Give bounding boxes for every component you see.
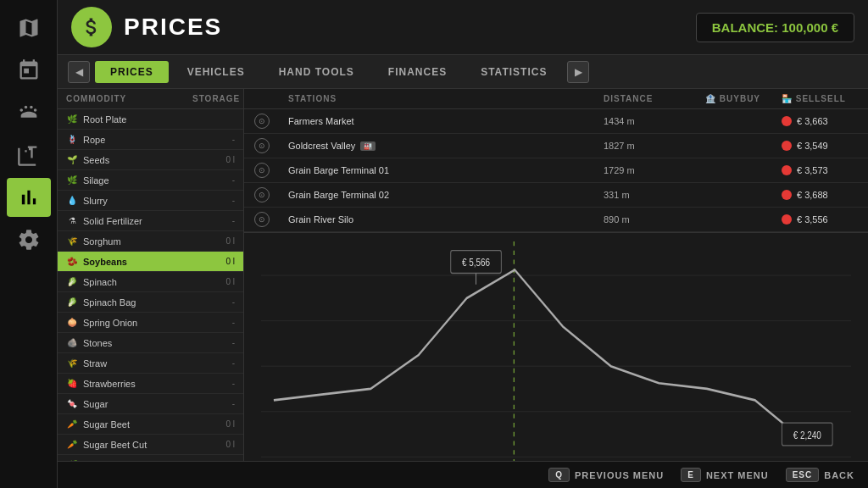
svg-text:€ 2,240: € 2,240 [793, 428, 821, 441]
station-icon: ⊙ [254, 163, 270, 178]
commodity-icon: ⚗ [66, 215, 78, 227]
station-row[interactable]: ⊙ Grain River Silo 890 m € 3,556 [244, 208, 868, 232]
commodity-name: 🪨 Stones [66, 337, 201, 349]
commodity-icon: 🥬 [66, 297, 78, 308]
station-icon: ⊙ [254, 212, 270, 227]
sell-indicator [782, 116, 792, 126]
commodity-row[interactable]: 🍬 Sugar - [58, 394, 243, 414]
station-distance: 1729 m [604, 165, 705, 175]
commodity-row[interactable]: 🌾 Straw - [58, 353, 243, 374]
station-row[interactable]: ⊙ Goldcrest Valley 🏭 1827 m € 3,549 [244, 134, 868, 158]
stations-header: STATIONS DISTANCE 🏦 BUYBUY 🏪 SELLSELL [244, 89, 868, 109]
key-esc[interactable]: ESC [786, 468, 820, 482]
commodity-icon: 🪢 [66, 134, 78, 146]
commodity-name: 🌾 Straw [66, 358, 201, 369]
commodity-storage: - [201, 196, 235, 205]
commodity-row[interactable]: 🫘 Soybeans 0 l [58, 252, 243, 272]
commodity-storage: - [201, 318, 235, 327]
sidebar-item-animals[interactable] [7, 93, 51, 132]
commodity-row[interactable]: 🌾 Sorghum 0 l [58, 231, 243, 252]
col-buy: 🏦 BUYBUY [705, 94, 782, 103]
station-row[interactable]: ⊙ Farmers Market 1434 m € 3,663 [244, 109, 868, 134]
main-content: PRICES BALANCE: 100,000 € ◀ PRICES VEHIC… [58, 0, 868, 488]
tab-arrow-right[interactable]: ▶ [567, 61, 589, 83]
tab-statistics[interactable]: STATISTICS [465, 61, 562, 83]
station-icon: ⊙ [254, 114, 270, 129]
commodity-row[interactable]: 🥕 Sugar Beet Cut 0 l [58, 435, 243, 455]
commodity-col-name: COMMODITY [66, 94, 192, 103]
tab-finances[interactable]: FINANCES [373, 61, 462, 83]
tab-arrow-left[interactable]: ◀ [68, 61, 90, 83]
commodity-name: 🥕 Sugar Beet Cut [66, 439, 201, 451]
commodity-name: 🌱 Seeds [66, 154, 201, 166]
action-back[interactable]: ESC BACK [786, 468, 854, 482]
commodity-list: COMMODITY STORAGE 🌿 Root Plate 🪢 Rope - … [58, 89, 244, 488]
commodity-row[interactable]: ⚗ Solid Fertilizer - [58, 211, 243, 231]
commodity-name: 🪢 Rope [66, 134, 201, 146]
commodity-icon: 🍬 [66, 398, 78, 410]
commodity-storage: - [201, 379, 235, 388]
commodity-row[interactable]: 🪨 Stones - [58, 333, 243, 353]
commodity-icon: 🫘 [66, 256, 78, 268]
key-q[interactable]: Q [548, 468, 570, 482]
commodity-row[interactable]: 🥬 Spinach 0 l [58, 272, 243, 292]
commodity-row[interactable]: 💧 Slurry - [58, 191, 243, 211]
station-sell: € 3,573 [782, 165, 858, 175]
commodity-col-storage: STORAGE [192, 94, 235, 103]
sell-indicator [782, 165, 792, 175]
balance-value: 100,000 € [782, 20, 838, 35]
commodity-storage: - [201, 175, 235, 185]
commodity-row[interactable]: 🧅 Spring Onion - [58, 313, 243, 333]
station-row[interactable]: ⊙ Grain Barge Terminal 01 1729 m € 3,573 [244, 158, 868, 183]
commodity-name: 🥬 Spinach [66, 276, 201, 288]
commodity-row[interactable]: 🪢 Rope - [58, 130, 243, 150]
balance-label: BALANCE: [712, 20, 778, 35]
sell-indicator [782, 141, 792, 151]
commodity-row[interactable]: 🌱 Seeds 0 l [58, 150, 243, 170]
commodity-icon: 🍓 [66, 378, 78, 390]
commodity-icon: 💧 [66, 195, 78, 207]
tab-prices[interactable]: PRICES [95, 61, 169, 83]
commodity-name: 🫘 Soybeans [66, 256, 201, 268]
action-next-menu[interactable]: E NEXT MENU [681, 468, 768, 482]
label-previous-menu: PREVIOUS MENU [575, 470, 664, 480]
station-row[interactable]: ⊙ Grain Barge Terminal 02 331 m € 3,688 [244, 183, 868, 208]
sell-indicator [782, 190, 792, 200]
commodity-name: 🥬 Spinach Bag [66, 297, 201, 308]
bottom-bar: Q PREVIOUS MENU E NEXT MENU ESC BACK [58, 461, 868, 488]
commodity-storage: - [201, 338, 235, 347]
station-distance: 1827 m [604, 141, 705, 151]
commodity-row[interactable]: 🌿 Silage - [58, 170, 243, 191]
key-e[interactable]: E [681, 468, 701, 482]
tab-hand-tools[interactable]: HAND TOOLS [264, 61, 370, 83]
commodity-name: 🍬 Sugar [66, 398, 201, 410]
station-name: Grain River Silo [288, 214, 604, 225]
col-stations: STATIONS [288, 94, 604, 103]
label-back: BACK [824, 470, 854, 480]
action-previous-menu[interactable]: Q PREVIOUS MENU [548, 468, 664, 482]
header-left: PRICES [71, 7, 222, 47]
commodity-row[interactable]: 🥬 Spinach Bag - [58, 292, 243, 313]
commodity-row[interactable]: 🥕 Sugar Beet 0 l [58, 414, 243, 435]
commodity-storage: 0 l [201, 419, 235, 429]
commodity-row[interactable]: 🍓 Strawberries - [58, 374, 243, 394]
sidebar-item-map[interactable] [7, 8, 51, 47]
tab-vehicles[interactable]: VEHICLES [172, 61, 260, 83]
right-panel: STATIONS DISTANCE 🏦 BUYBUY 🏪 SELLSELL ⊙ … [244, 89, 868, 488]
commodity-icon: 🧅 [66, 317, 78, 329]
sidebar-item-calendar[interactable] [7, 51, 51, 90]
commodity-name: 🥕 Sugar Beet [66, 419, 201, 430]
station-distance: 1434 m [604, 116, 705, 126]
station-badge: 🏭 [360, 141, 376, 151]
station-icon: ⊙ [254, 138, 270, 153]
sidebar-item-settings[interactable] [7, 220, 51, 259]
col-distance: DISTANCE [604, 94, 705, 103]
station-name: Grain Barge Terminal 01 [288, 165, 604, 175]
station-name: Grain Barge Terminal 02 [288, 190, 604, 200]
sidebar-item-statistics[interactable] [7, 178, 51, 217]
commodity-row[interactable]: 🌿 Root Plate [58, 109, 243, 130]
sidebar-item-equipment[interactable] [7, 136, 51, 175]
station-sell: € 3,549 [782, 141, 858, 151]
commodity-storage: - [201, 358, 235, 368]
commodity-name: 🍓 Strawberries [66, 378, 201, 390]
